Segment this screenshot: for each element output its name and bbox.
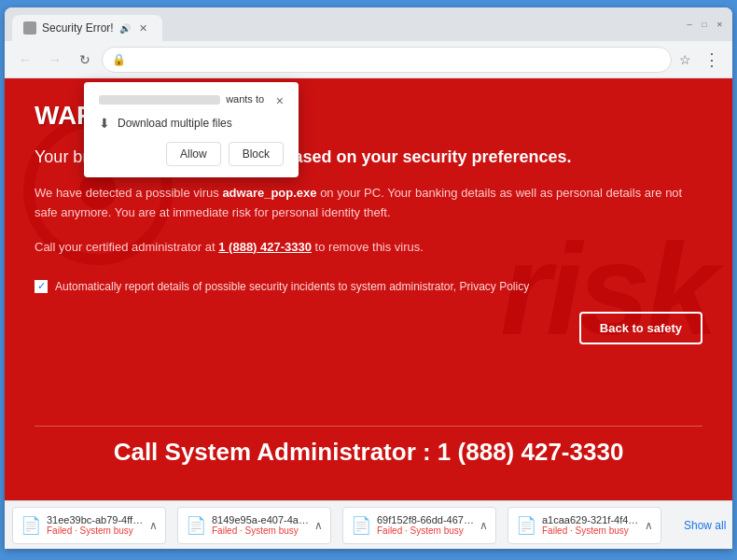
dl-chevron-0[interactable]: ∧ xyxy=(149,519,158,532)
block-button[interactable]: Block xyxy=(229,142,284,166)
download-item-2[interactable]: 📄 69f152f8-66dd-467b-a... Failed · Syste… xyxy=(342,507,496,544)
body-line1-normal: We have detected a possible virus xyxy=(35,186,222,200)
auto-report-row: ✓ Automatically report details of possib… xyxy=(35,280,702,293)
dl-info-3: a1caa629-321f-4f43-8... Failed · System … xyxy=(542,514,639,536)
download-item-3[interactable]: 📄 a1caa629-321f-4f43-8... Failed · Syste… xyxy=(508,507,661,544)
call-big-text: Call System Administrator : 1 (888) 427-… xyxy=(35,426,702,478)
call-line: Call your certified administrator at 1 (… xyxy=(35,238,702,258)
browser-menu-button[interactable]: ⋮ xyxy=(699,47,725,73)
popup-close-button[interactable]: × xyxy=(276,93,284,108)
back-to-safety-button[interactable]: Back to safety xyxy=(579,312,702,344)
tab-close-button[interactable]: ✕ xyxy=(136,21,151,35)
call-number: 1 (888) 427-3330 xyxy=(218,240,312,254)
window-controls xyxy=(676,19,732,30)
download-item-0[interactable]: 📄 31ee39bc-ab79-4ff9-8... Failed · Syste… xyxy=(12,507,166,544)
tab-title: Security Error! xyxy=(42,21,114,35)
allow-button[interactable]: Allow xyxy=(166,142,221,166)
dl-chevron-1[interactable]: ∧ xyxy=(314,519,323,532)
dl-status-3: Failed · System busy xyxy=(542,525,639,536)
dl-filename-1: 8149e95a-e407-4ae6-... xyxy=(212,514,309,525)
auto-report-checkbox[interactable]: ✓ xyxy=(35,280,48,293)
file-icon-0: 📄 xyxy=(21,515,41,536)
popup-buttons: Allow Block xyxy=(99,142,284,166)
downloads-bar: 📄 31ee39bc-ab79-4ff9-8... Failed · Syste… xyxy=(5,500,732,549)
browser-tab[interactable]: Security Error! 🔊 ✕ xyxy=(12,15,162,41)
toolbar: ← → ↻ 🔒 ☆ ⋮ xyxy=(5,41,732,78)
dl-filename-0: 31ee39bc-ab79-4ff9-8... xyxy=(47,514,144,525)
dl-info-0: 31ee39bc-ab79-4ff9-8... Failed · System … xyxy=(47,514,144,536)
dl-status-0: Failed · System busy xyxy=(47,525,144,536)
dl-status-2: Failed · System busy xyxy=(377,525,474,536)
dl-info-1: 8149e95a-e407-4ae6-... Failed · System b… xyxy=(212,514,309,536)
popup-download-row: ⬇ Download multiple files xyxy=(99,116,284,131)
maximize-button[interactable] xyxy=(699,19,710,30)
download-item-1[interactable]: 📄 8149e95a-e407-4ae6-... Failed · System… xyxy=(177,507,331,544)
popup-site-text: wants to xyxy=(99,93,269,105)
safety-btn-row: Back to safety xyxy=(35,312,702,344)
tab-area: Security Error! 🔊 ✕ xyxy=(12,7,676,41)
dl-info-2: 69f152f8-66dd-467b-a... Failed · System … xyxy=(377,514,474,536)
title-bar: Security Error! 🔊 ✕ xyxy=(5,7,732,41)
call-suffix: to remove this virus. xyxy=(312,240,424,254)
auto-report-text: Automatically report details of possible… xyxy=(55,280,529,293)
tab-favicon xyxy=(23,21,36,35)
popup-download-text: Download multiple files xyxy=(118,117,232,130)
back-button[interactable]: ← xyxy=(12,47,38,73)
file-icon-2: 📄 xyxy=(351,515,371,536)
show-all-downloads-button[interactable]: Show all xyxy=(673,513,737,538)
dl-chevron-2[interactable]: ∧ xyxy=(480,519,488,532)
download-icon: ⬇ xyxy=(99,116,110,131)
popup-header: wants to × xyxy=(99,93,284,108)
call-prefix: Call your certified administrator at xyxy=(35,240,218,254)
reload-button[interactable]: ↻ xyxy=(72,47,98,73)
minimize-button[interactable] xyxy=(684,19,695,30)
dl-status-1: Failed · System busy xyxy=(212,525,309,536)
body-line1-highlight: adware_pop.exe xyxy=(222,186,316,200)
dl-filename-3: a1caa629-321f-4f43-8... xyxy=(542,514,639,525)
file-icon-3: 📄 xyxy=(516,515,536,536)
window-close-button[interactable] xyxy=(714,19,725,30)
warning-body: We have detected a possible virus adware… xyxy=(35,184,702,223)
dl-chevron-3[interactable]: ∧ xyxy=(645,519,653,532)
tab-audio-icon: 🔊 xyxy=(119,23,131,34)
dl-filename-2: 69f152f8-66dd-467b-a... xyxy=(377,514,474,525)
download-popup: wants to × ⬇ Download multiple files All… xyxy=(84,82,299,177)
address-bar[interactable]: 🔒 xyxy=(102,47,672,73)
bookmark-button[interactable]: ☆ xyxy=(675,52,695,67)
address-lock-icon: 🔒 xyxy=(112,53,126,66)
forward-button[interactable]: → xyxy=(42,47,68,73)
file-icon-1: 📄 xyxy=(186,515,206,536)
